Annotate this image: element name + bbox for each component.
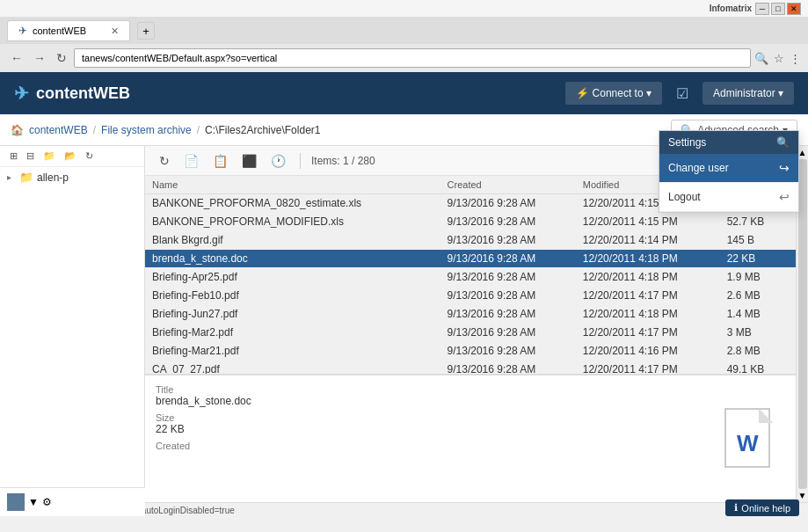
infomatrix-bar: Infomatrix ─ □ ✕	[0, 0, 808, 18]
cell-created: 9/13/2016 9:28 AM	[440, 287, 576, 305]
cell-name: Briefing-Mar21.pdf	[145, 342, 440, 361]
sidebar-view-btn1[interactable]: ⊞	[7, 149, 20, 163]
view-btn3[interactable]: ⬛	[238, 152, 260, 170]
address-bar[interactable]	[74, 48, 751, 68]
tab-close-button[interactable]: ✕	[111, 26, 119, 37]
scrollbar-thumb[interactable]	[798, 159, 807, 489]
info-icon: ℹ	[734, 502, 738, 514]
connect-button[interactable]: ⚡ Connect to ▾	[565, 82, 662, 105]
table-row[interactable]: BANKONE_PROFORMA_MODIFIED.xls9/13/2016 9…	[145, 213, 796, 231]
search-icon[interactable]: 🔍	[776, 136, 790, 149]
sidebar-item-allen-p[interactable]: ▸ 📁 allen-p	[0, 167, 144, 187]
minimize-button[interactable]: ─	[755, 3, 769, 15]
history-btn[interactable]: 🕐	[267, 152, 289, 170]
cell-size: 1.9 MB	[720, 268, 796, 287]
cell-modified: 12/20/2011 4:18 PM	[576, 305, 720, 324]
online-help-button[interactable]: ℹ Online help	[725, 499, 799, 516]
breadcrumb-section-link[interactable]: File system archive	[101, 124, 192, 136]
logout-label: Logout	[668, 191, 701, 203]
breadcrumb-sep1: /	[93, 124, 96, 136]
sidebar-collapse-btn[interactable]: 📂	[62, 149, 79, 163]
preview-created-field: Created	[156, 441, 701, 451]
col-name: Name	[145, 176, 440, 194]
window-controls[interactable]: ─ □ ✕	[755, 3, 801, 15]
preview-created-label: Created	[156, 441, 701, 451]
cell-size: 52.7 KB	[720, 213, 796, 231]
cell-modified: 12/20/2011 4:17 PM	[576, 324, 720, 342]
tab-title: contentWEB	[33, 26, 86, 36]
word-doc-icon: W	[724, 407, 776, 470]
breadcrumb-home-link[interactable]: contentWEB	[29, 124, 88, 136]
logo-text: contentWEB	[36, 84, 130, 103]
sidebar-filter-btn[interactable]: ▼	[28, 493, 39, 502]
change-user-item[interactable]: Change user ↪	[659, 154, 798, 183]
table-row[interactable]: Briefing-Mar2.pdf9/13/2016 9:28 AM12/20/…	[145, 324, 796, 342]
sidebar-folder-btn[interactable]	[7, 493, 25, 502]
cell-size: 22 KB	[720, 250, 796, 268]
view-btn2[interactable]: 📋	[209, 152, 231, 170]
scrollbar-down[interactable]: ▼	[798, 491, 807, 500]
cell-name: Briefing-Mar2.pdf	[145, 324, 440, 342]
preview-size-label: Size	[156, 412, 701, 423]
cell-size: 1.4 MB	[720, 305, 796, 324]
app-logo: ✈ contentWEB	[14, 83, 565, 104]
new-tab-button[interactable]: +	[137, 22, 155, 40]
sidebar-expand-btn[interactable]: 📁	[40, 149, 58, 163]
table-row[interactable]: Briefing-Mar21.pdf9/13/2016 9:28 AM12/20…	[145, 342, 796, 361]
cell-name: Briefing-Apr25.pdf	[145, 268, 440, 287]
refresh-btn[interactable]: ↻	[156, 152, 173, 170]
logout-icon: ↩	[779, 190, 790, 204]
cell-created: 9/13/2016 9:28 AM	[440, 342, 576, 361]
cell-modified: 12/20/2011 4:18 PM	[576, 250, 720, 268]
table-row[interactable]: Briefing-Jun27.pdf9/13/2016 9:28 AM12/20…	[145, 305, 796, 324]
table-row[interactable]: Briefing-Apr25.pdf9/13/2016 9:28 AM12/20…	[145, 268, 796, 287]
forward-button[interactable]: →	[30, 49, 49, 67]
browser-tab[interactable]: ✈ contentWEB ✕	[7, 20, 130, 41]
table-row[interactable]: brenda_k_stone.doc9/13/2016 9:28 AM12/20…	[145, 250, 796, 268]
scrollbar-up[interactable]: ▲	[798, 148, 807, 157]
breadcrumb-sep2: /	[197, 124, 200, 136]
preview-icon: W	[715, 384, 785, 493]
preview-info: Title brenda_k_stone.doc Size 22 KB Crea…	[156, 384, 701, 493]
restore-button[interactable]: □	[771, 3, 785, 15]
cell-size: 2.6 MB	[720, 287, 796, 305]
cell-created: 9/13/2016 9:28 AM	[440, 231, 576, 250]
sidebar-item-label: allen-p	[37, 171, 69, 184]
dropdown-settings-header: Settings 🔍	[659, 131, 798, 154]
table-row[interactable]: Briefing-Feb10.pdf9/13/2016 9:28 AM12/20…	[145, 287, 796, 305]
table-row[interactable]: Blank Bkgrd.gif9/13/2016 9:28 AM12/20/20…	[145, 231, 796, 250]
view-btn1[interactable]: 📄	[180, 152, 202, 170]
sidebar-refresh-btn[interactable]: ↻	[83, 149, 96, 163]
connect-label: Connect to ▾	[593, 87, 651, 99]
menu-icon: ⋮	[790, 52, 801, 65]
preview-title-label: Title	[156, 384, 701, 395]
header-icons: ☑	[676, 85, 688, 102]
back-button[interactable]: ←	[7, 49, 26, 67]
items-count: Items: 1 / 280	[311, 155, 375, 167]
cell-created: 9/13/2016 9:28 AM	[440, 194, 576, 213]
change-user-icon: ↪	[779, 161, 790, 175]
admin-label: Administrator ▾	[713, 87, 783, 99]
cell-created: 9/13/2016 9:28 AM	[440, 361, 576, 375]
table-row[interactable]: CA_07_27.pdf9/13/2016 9:28 AM12/20/2011 …	[145, 361, 796, 375]
browser-title-bar: ✈ contentWEB ✕ +	[0, 18, 808, 44]
cell-modified: 12/20/2011 4:17 PM	[576, 361, 720, 375]
sidebar-view-btn2[interactable]: ⊟	[24, 149, 37, 163]
reload-button[interactable]: ↻	[53, 49, 70, 67]
close-button[interactable]: ✕	[787, 3, 801, 15]
cell-name: BANKONE_PROFORMA_MODIFIED.xls	[145, 213, 440, 231]
infomatrix-label: Infomatrix	[710, 4, 752, 13]
header-actions: ⚡ Connect to ▾ ☑ Administrator ▾	[565, 82, 794, 105]
cell-created: 9/13/2016 9:28 AM	[440, 213, 576, 231]
cell-modified: 12/20/2011 4:16 PM	[576, 342, 720, 361]
browser-actions: 🔍 ☆ ⋮	[754, 52, 801, 65]
change-user-label: Change user	[668, 162, 729, 174]
preview-size-field: Size 22 KB	[156, 412, 701, 435]
preview-title-field: Title brenda_k_stone.doc	[156, 384, 701, 407]
tasks-icon[interactable]: ☑	[676, 85, 688, 102]
logout-item[interactable]: Logout ↩	[659, 183, 798, 212]
cell-size: 2.8 MB	[720, 342, 796, 361]
sidebar: ⊞ ⊟ 📁 📂 ↻ ▸ 📁 allen-p ▼ ⚙	[0, 146, 145, 502]
admin-button[interactable]: Administrator ▾	[702, 82, 794, 105]
sidebar-settings-btn[interactable]: ⚙	[42, 493, 52, 502]
